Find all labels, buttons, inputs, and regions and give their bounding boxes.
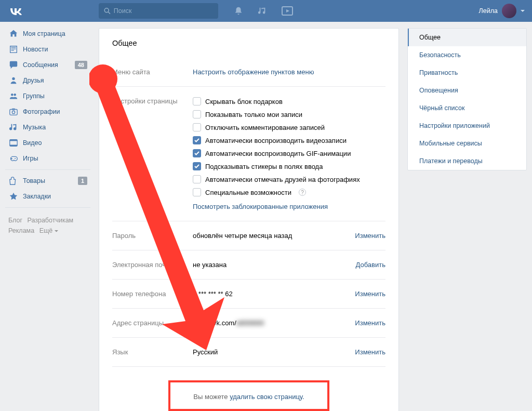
svg-point-8 <box>12 111 15 113</box>
nav-label: Музыка <box>23 124 46 131</box>
checkbox-box <box>193 175 201 183</box>
vk-logo[interactable] <box>5 1 26 21</box>
left-sidebar: Моя страницаНовостиСообщения48ДрузьяГруп… <box>5 22 90 411</box>
tab-Настройки приложений[interactable]: Настройки приложений <box>408 117 526 135</box>
nav-label: Закладки <box>23 193 51 200</box>
row-email: Электронная почта не указана Добавить <box>112 250 385 279</box>
settings-panel: Общее Меню сайта Настроить отображение п… <box>99 28 399 411</box>
vk-logo-icon <box>9 7 22 15</box>
checkbox-box <box>193 188 201 196</box>
sidebar-item-star[interactable]: Закладки <box>5 189 90 204</box>
email-add[interactable]: Добавить <box>356 261 385 269</box>
nav-label: Игры <box>23 155 38 162</box>
checkbox-3[interactable]: Автоматически воспроизводить видеозаписи <box>193 136 385 144</box>
avatar <box>502 4 516 18</box>
settings-tabs: ОбщееБезопасностьПриватностьОповещенияЧё… <box>407 28 527 170</box>
url-value: https://vk.com/id000000 <box>193 319 355 327</box>
checkbox-box <box>193 136 201 144</box>
nav-label: Группы <box>23 92 45 100</box>
tab-Чёрный список[interactable]: Чёрный список <box>408 99 526 117</box>
user-menu[interactable]: Лейла <box>479 4 525 18</box>
nav-label: Товары <box>23 177 45 184</box>
row-password: Пароль обновлён четыре месяца назад Изме… <box>112 221 385 250</box>
video-header-icon[interactable] <box>282 6 293 16</box>
footer-more[interactable]: Ещё <box>39 227 58 234</box>
svg-rect-12 <box>10 145 17 147</box>
checkbox-label: Подсказывать стикеры в полях ввода <box>205 163 323 170</box>
chevron-down-icon <box>521 10 525 12</box>
sidebar-item-games[interactable]: Игры <box>5 151 90 166</box>
goods-icon <box>8 176 19 186</box>
checkbox-0[interactable]: Скрывать блок подарков <box>193 97 385 105</box>
checkbox-label: Автоматически воспроизводить GIF-анимаци… <box>205 150 351 157</box>
header-bar: Лейла <box>0 0 532 22</box>
svg-line-1 <box>108 12 110 14</box>
row-phone: Номер телефона 7 *** *** ** 62 Изменить <box>112 279 385 308</box>
tab-Мобильные сервисы[interactable]: Мобильные сервисы <box>408 135 526 152</box>
tab-Общее[interactable]: Общее <box>408 29 526 46</box>
music-header-icon[interactable] <box>258 6 267 16</box>
lang-value: Русский <box>193 348 355 356</box>
tab-Платежи и переводы[interactable]: Платежи и переводы <box>408 152 526 170</box>
sidebar-item-video[interactable]: Видео <box>5 135 90 151</box>
checkbox-5[interactable]: Подсказывать стикеры в полях ввода <box>193 162 385 170</box>
nav-label: Фотографии <box>23 108 60 115</box>
notifications-icon[interactable] <box>234 6 243 16</box>
sidebar-item-groups[interactable]: Группы <box>5 88 90 104</box>
sidebar-item-friends[interactable]: Друзья <box>5 73 90 88</box>
checkbox-label: Автоматически воспроизводить видеозаписи <box>205 137 347 144</box>
footer-ads[interactable]: Реклама <box>8 227 34 234</box>
help-icon[interactable]: ? <box>299 189 306 196</box>
nav-label: Моя страница <box>23 30 65 37</box>
blocked-apps-link[interactable]: Посмотреть заблокированные приложения <box>193 203 328 210</box>
row-site-menu: Меню сайта Настроить отображение пунктов… <box>112 58 385 86</box>
checkbox-label: Показывать только мои записи <box>205 111 302 118</box>
news-icon <box>8 44 19 55</box>
email-value: не указана <box>193 261 356 269</box>
phone-change[interactable]: Изменить <box>355 290 385 298</box>
tab-Безопасность[interactable]: Безопасность <box>408 46 526 64</box>
nav-label: Сообщения <box>23 61 58 69</box>
svg-point-6 <box>14 94 16 96</box>
sidebar-item-news[interactable]: Новости <box>5 42 90 57</box>
footer-dev[interactable]: Разработчикам <box>28 217 74 224</box>
tab-Приватность[interactable]: Приватность <box>408 64 526 82</box>
delete-highlight-box: Вы можете удалить свою страницу. <box>168 380 329 411</box>
svg-point-4 <box>12 77 15 80</box>
chevron-down-icon <box>55 230 58 232</box>
sidebar-item-music[interactable]: Музыка <box>5 120 90 135</box>
checkbox-label: Автоматически отмечать друзей на фотогра… <box>205 176 360 183</box>
page-title: Общее <box>112 39 385 47</box>
sidebar-item-home[interactable]: Моя страница <box>5 26 90 42</box>
svg-rect-11 <box>10 140 17 141</box>
checkbox-2[interactable]: Отключить комментирование записей <box>193 123 385 131</box>
music-icon <box>8 122 19 132</box>
photo-icon <box>8 107 19 117</box>
nav-badge: 1 <box>78 177 87 185</box>
sidebar-item-photo[interactable]: Фотографии <box>5 104 90 120</box>
search-input[interactable] <box>114 7 213 15</box>
checkbox-6[interactable]: Автоматически отмечать друзей на фотогра… <box>193 175 385 183</box>
footer-blog[interactable]: Блог <box>8 217 22 224</box>
url-change[interactable]: Изменить <box>355 319 385 327</box>
sidebar-item-goods[interactable]: Товары1 <box>5 173 90 189</box>
nav-label: Новости <box>23 46 48 53</box>
tab-Оповещения[interactable]: Оповещения <box>408 82 526 99</box>
password-change[interactable]: Изменить <box>355 232 385 240</box>
search-icon <box>104 7 111 15</box>
star-icon <box>8 191 19 202</box>
svg-point-0 <box>104 8 109 12</box>
checkbox-4[interactable]: Автоматически воспроизводить GIF-анимаци… <box>193 149 385 157</box>
checkbox-1[interactable]: Показывать только мои записи <box>193 110 385 118</box>
delete-page-link[interactable]: удалить свою страницу. <box>230 393 304 401</box>
lang-change[interactable]: Изменить <box>355 348 385 356</box>
row-url: Адрес страницы https://vk.com/id000000 И… <box>112 308 385 337</box>
checkbox-label: Скрывать блок подарков <box>205 98 283 105</box>
svg-rect-7 <box>10 110 17 115</box>
checkbox-7[interactable]: Специальные возможности? <box>193 188 385 196</box>
nav-label: Друзья <box>23 77 44 84</box>
sidebar-item-msg[interactable]: Сообщения48 <box>5 57 90 73</box>
search-box[interactable] <box>99 3 218 19</box>
checkbox-label: Отключить комментирование записей <box>205 124 325 131</box>
menu-config-link[interactable]: Настроить отображение пунктов меню <box>193 68 314 76</box>
